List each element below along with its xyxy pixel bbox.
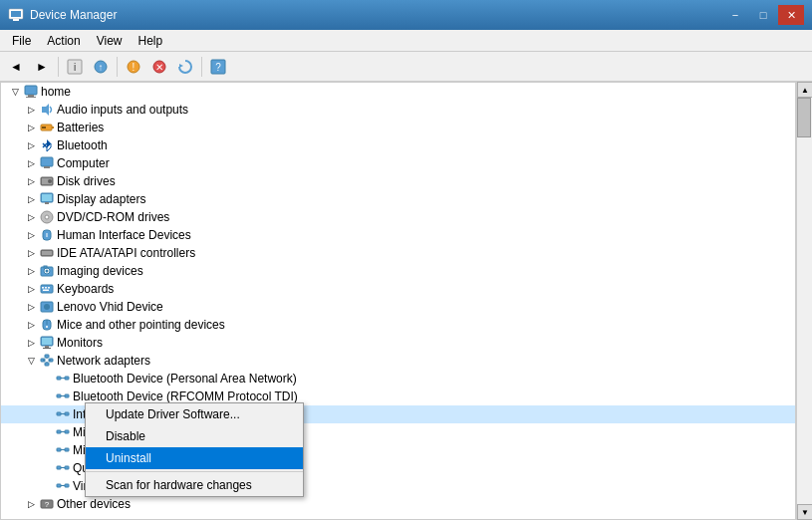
minimize-button[interactable]: − [722,5,748,25]
tree-item-bt-pan[interactable]: ▷ Bluetooth Device (Personal Area Networ… [1,370,795,388]
svg-rect-31 [42,194,52,201]
bt-pan-label: Bluetooth Device (Personal Area Network) [73,372,297,386]
disk-label: Disk drives [57,174,116,188]
tree-item-audio[interactable]: ▷ Audio inputs and outputs [1,101,795,119]
lenovo-label: Lenovo Vhid Device [57,300,163,314]
scroll-thumb[interactable] [797,98,811,137]
uninstall-button[interactable]: ✕ [147,55,171,79]
menu-help[interactable]: Help [131,30,171,51]
disk-expand-icon[interactable]: ▷ [23,173,39,189]
ide-expand-icon[interactable]: ▷ [23,245,39,261]
other-expand-icon[interactable]: ▷ [23,496,39,512]
svg-rect-42 [44,266,47,268]
bluetooth-icon [39,137,55,153]
ctx-uninstall[interactable]: Uninstall [86,447,303,469]
help-button[interactable]: ? [206,55,230,79]
svg-rect-60 [45,363,49,366]
monitors-icon [39,335,55,351]
hid-label: Human Interface Devices [57,228,191,242]
batteries-expand-icon[interactable]: ▷ [23,120,39,135]
tree-item-other[interactable]: ▷ ? Other devices [1,495,795,513]
tree-item-ide[interactable]: ▷ IDE ATA/ATAPI controllers [1,244,795,262]
tree-item-keyboards[interactable]: ▷ Keyboards [1,280,795,298]
restore-button[interactable]: □ [750,5,776,25]
svg-rect-56 [43,348,51,349]
scan-button[interactable] [173,55,197,79]
tree-root[interactable]: ▽ home [1,83,795,101]
imaging-expand-icon[interactable]: ▷ [23,263,39,279]
back-button[interactable]: ◄ [4,55,28,79]
bt-rfcomm-icon [55,389,71,404]
tree-item-computer[interactable]: ▷ Computer [1,154,795,172]
other-icon: ? [39,496,55,512]
tree-item-monitors[interactable]: ▷ Monitors [1,334,795,352]
tree-item-batteries[interactable]: ▷ Batteries [1,119,795,136]
svg-rect-1 [11,11,21,17]
tree-item-lenovo[interactable]: ▷ Lenovo Vhid Device [1,298,795,316]
display-expand-icon[interactable]: ▷ [23,191,39,207]
close-button[interactable]: ✕ [778,5,804,25]
network-expand-icon[interactable]: ▽ [23,353,39,369]
scroll-track[interactable] [797,98,812,504]
tree-item-hid[interactable]: ▷ Human Interface Devices [1,226,795,244]
menu-action[interactable]: Action [39,30,88,51]
audio-expand-icon[interactable]: ▷ [23,102,39,118]
tree-item-dvd[interactable]: ▷ DVD/CD-ROM drives [1,208,795,226]
computer-expand-icon[interactable]: ▷ [23,155,39,171]
hid-expand-icon[interactable]: ▷ [23,227,39,243]
root-label: home [41,85,71,99]
monitors-expand-icon[interactable]: ▷ [23,335,39,351]
tree-item-display[interactable]: ▷ Display adapters [1,190,795,208]
keyboards-expand-icon[interactable]: ▷ [23,281,39,297]
ctx-scan[interactable]: Scan for hardware changes [86,474,303,496]
tree-item-bluetooth[interactable]: ▷ Bluetooth [1,136,795,154]
scroll-up-button[interactable]: ▲ [797,82,812,98]
tree-item-imaging[interactable]: ▷ Imaging devices [1,262,795,280]
display-icon [39,191,55,207]
bluetooth-expand-icon[interactable]: ▷ [23,137,39,153]
menu-file[interactable]: File [4,30,39,51]
lenovo-expand-icon[interactable]: ▷ [23,299,39,315]
dvd-expand-icon[interactable]: ▷ [23,209,39,225]
menu-view[interactable]: View [89,30,131,51]
svg-text:i: i [74,62,76,73]
svg-rect-84 [65,484,69,487]
tree-item-mice[interactable]: ▷ Mice and other pointing devices [1,316,795,334]
svg-rect-14 [25,86,37,95]
svg-rect-16 [26,97,36,98]
svg-rect-81 [65,466,69,469]
toolbar-separator-1 [58,57,59,77]
batteries-label: Batteries [57,121,104,134]
other-label: Other devices [57,497,131,511]
imaging-icon [39,263,55,279]
forward-button[interactable]: ► [30,55,54,79]
svg-rect-2 [13,19,19,21]
svg-rect-19 [52,127,54,129]
svg-text:!: ! [133,62,135,73]
computer-icon-item [39,155,55,171]
tree-item-disk[interactable]: ▷ Disk drives [1,172,795,190]
disable-button[interactable]: ! [122,55,145,79]
scroll-down-button[interactable]: ▼ [797,504,812,520]
update-driver-button[interactable]: ↑ [89,55,113,79]
svg-rect-25 [41,157,53,166]
app-icon [8,7,24,23]
svg-marker-11 [179,64,183,68]
mice-expand-icon[interactable]: ▷ [23,317,39,333]
scrollbar[interactable]: ▲ ▼ [796,82,812,520]
monitors-label: Monitors [57,336,103,350]
svg-rect-55 [45,346,49,348]
svg-rect-83 [57,484,61,487]
svg-rect-38 [42,251,52,255]
ms-kernel-icon [55,424,71,440]
ctx-update-driver[interactable]: Update Driver Software... [86,403,303,425]
keyboards-label: Keyboards [57,282,114,296]
ctx-disable[interactable]: Disable [86,425,303,447]
bt-rfcomm-label: Bluetooth Device (RFCOMM Protocol TDI) [73,390,298,403]
svg-rect-75 [65,430,69,433]
svg-marker-17 [42,104,49,116]
root-expand-icon[interactable]: ▽ [7,84,23,100]
tree-item-network[interactable]: ▽ Network adapters [1,352,795,370]
network-icon [39,353,55,369]
properties-button[interactable]: i [63,55,87,79]
